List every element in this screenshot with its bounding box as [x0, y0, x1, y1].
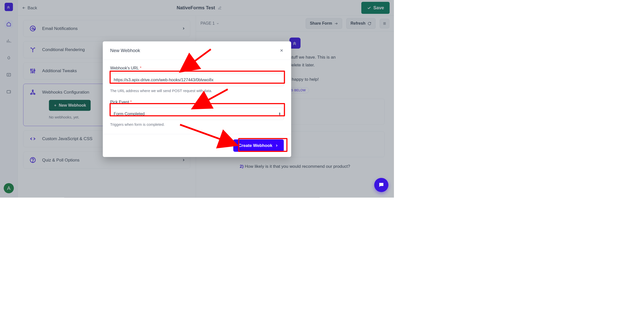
- intercom-chat-button[interactable]: [374, 178, 388, 192]
- select-caret-icon: ▴▾: [279, 112, 280, 115]
- modal-title: New Webhook: [110, 48, 140, 53]
- create-webhook-label: Create Webhook: [238, 143, 272, 148]
- modal-close-button[interactable]: [279, 48, 284, 53]
- webhook-url-input[interactable]: [110, 74, 284, 86]
- pick-event-select[interactable]: Form Completed: [110, 108, 284, 120]
- url-label: Webhook's URL: [110, 66, 139, 70]
- url-hint: The URL address where we will send POST …: [110, 89, 284, 93]
- event-label: Pick Event: [110, 100, 129, 104]
- new-webhook-modal: New Webhook Webhook's URL * The URL addr…: [103, 42, 291, 157]
- create-webhook-button[interactable]: Create Webhook: [233, 139, 284, 152]
- event-hint: Triggers when form is completed.: [110, 122, 284, 127]
